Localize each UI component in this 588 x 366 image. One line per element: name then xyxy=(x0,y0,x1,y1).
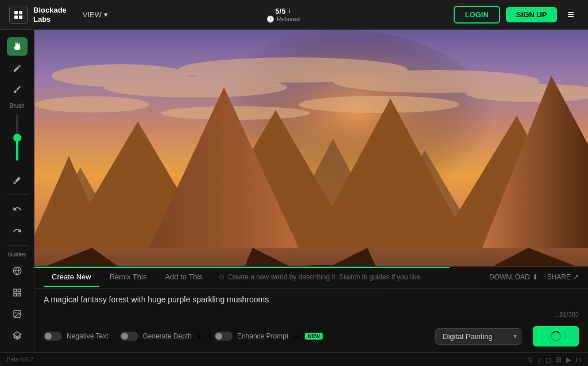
version-text: Beta 0.6.2 xyxy=(7,356,33,363)
clock-icon: 🕐 xyxy=(266,15,274,23)
new-badge: NEW xyxy=(305,333,323,340)
progress-bar xyxy=(34,267,450,268)
chevron-down-icon: ▾ xyxy=(104,10,108,19)
header-center: 5/5 ℹ 🕐 Relaxed xyxy=(113,7,454,23)
youtube-icon[interactable]: ▶ xyxy=(566,356,571,364)
gen-count: 5/5 xyxy=(275,7,285,15)
generate-depth-toggle-group: Generate Depth ✦ xyxy=(120,332,203,341)
twitter-icon[interactable]: 𝕏 xyxy=(527,356,533,364)
enhance-prompt-toggle-group: Enhance Prompt ✦ NEW xyxy=(214,332,323,341)
tab-remix-this[interactable]: Remix This xyxy=(102,268,155,287)
enhance-prompt-toggle[interactable] xyxy=(214,332,233,341)
discord-icon[interactable]: ⊞ xyxy=(556,356,562,364)
toolbar-divider-2 xyxy=(6,245,29,246)
logo-area: Blockade Labs xyxy=(9,6,67,24)
redo-button[interactable] xyxy=(7,221,28,240)
eraser-tool-button[interactable] xyxy=(7,171,28,189)
brush-tool-button[interactable] xyxy=(7,81,28,99)
pan-tool-button[interactable] xyxy=(7,37,28,56)
svg-rect-6 xyxy=(18,289,21,292)
negative-text-label: Negative Text xyxy=(67,332,109,340)
pencil-tool-button[interactable] xyxy=(7,59,28,77)
info-icon: ℹ xyxy=(288,7,291,15)
tab-create-new[interactable]: Create New xyxy=(44,268,99,287)
left-toolbar: Brush Guides xyxy=(0,30,34,352)
bottom-panel: Create New Remix This Add to This ⊙ Crea… xyxy=(34,266,588,352)
image-guide-button[interactable] xyxy=(7,305,28,323)
guides-label: Guides xyxy=(8,251,26,258)
negative-text-toggle[interactable] xyxy=(44,332,62,341)
negative-text-toggle-group: Negative Text xyxy=(44,332,109,341)
tab-actions: DOWNLOAD ⬇ SHARE ↗ xyxy=(489,273,579,281)
prompt-input[interactable] xyxy=(44,294,579,317)
relaxed-badge: 🕐 Relaxed xyxy=(266,15,300,23)
hamburger-menu-icon[interactable]: ≡ xyxy=(563,6,579,24)
svg-point-10 xyxy=(15,312,16,313)
header-actions: LOGIN SIGN UP ≡ xyxy=(454,6,579,24)
brush-label: Brush xyxy=(9,103,24,109)
svg-rect-0 xyxy=(14,11,18,14)
svg-rect-2 xyxy=(14,15,18,19)
social-icons: 𝕏 ♪ ◻ ⊞ ▶ in xyxy=(527,356,581,364)
svg-rect-3 xyxy=(19,15,22,19)
generation-info: 5/5 ℹ 🕐 Relaxed xyxy=(266,7,300,23)
svg-rect-1 xyxy=(19,11,22,14)
login-button[interactable]: LOGIN xyxy=(454,6,500,24)
enhance-prompt-label: Enhance Prompt xyxy=(237,332,288,340)
status-bar: Beta 0.6.2 𝕏 ♪ ◻ ⊞ ▶ in xyxy=(0,352,588,366)
enhance-sparkle-icon: ✦ xyxy=(293,332,299,341)
share-icon: ↗ xyxy=(573,273,579,281)
layers-guide-button[interactable] xyxy=(7,326,28,345)
tab-hint: ⊙ Create a new world by describing it. S… xyxy=(213,273,487,281)
svg-point-19 xyxy=(299,96,459,113)
app-header: Blockade Labs VIEW ▾ 5/5 ℹ 🕐 Relaxed LOG… xyxy=(0,0,588,30)
generate-button[interactable] xyxy=(533,326,579,346)
hint-icon: ⊙ xyxy=(219,273,225,281)
logo-text: Blockade Labs xyxy=(33,6,67,24)
generate-depth-label: Generate Depth xyxy=(143,332,192,340)
depth-sparkle-icon: ✦ xyxy=(196,332,203,341)
linkedin-icon[interactable]: in xyxy=(576,356,581,364)
grid-guide-button[interactable] xyxy=(7,283,28,302)
controls-bar: Negative Text Generate Depth ✦ Enhance P… xyxy=(34,322,588,352)
logo-icon xyxy=(9,6,28,24)
char-count: ...81/383 xyxy=(554,311,579,318)
undo-button[interactable] xyxy=(7,200,28,218)
instagram-icon[interactable]: ◻ xyxy=(546,356,551,364)
view-button[interactable]: VIEW ▾ xyxy=(78,8,113,21)
download-icon: ⬇ xyxy=(532,273,538,281)
toolbar-divider xyxy=(6,194,29,195)
svg-rect-7 xyxy=(14,293,17,296)
share-button[interactable]: SHARE ↗ xyxy=(547,273,579,281)
svg-rect-5 xyxy=(14,289,17,292)
tab-add-to-this[interactable]: Add to This xyxy=(157,268,211,287)
download-button[interactable]: DOWNLOAD ⬇ xyxy=(489,273,538,281)
style-select-wrapper: Digital Painting Realistic Anime 3D Rend… xyxy=(435,328,521,345)
svg-point-20 xyxy=(34,96,149,112)
style-select[interactable]: Digital Painting Realistic Anime 3D Rend… xyxy=(435,328,521,345)
signup-button[interactable]: SIGN UP xyxy=(506,7,557,22)
prompt-area: ...81/383 xyxy=(34,289,588,322)
svg-rect-8 xyxy=(18,293,21,296)
brush-size-slider[interactable] xyxy=(16,115,18,165)
generate-depth-toggle[interactable] xyxy=(120,332,138,341)
tiktok-icon[interactable]: ♪ xyxy=(537,356,541,364)
globe-guide-button[interactable] xyxy=(7,262,28,280)
loading-spinner xyxy=(551,331,561,341)
tab-bar: Create New Remix This Add to This ⊙ Crea… xyxy=(34,267,588,289)
